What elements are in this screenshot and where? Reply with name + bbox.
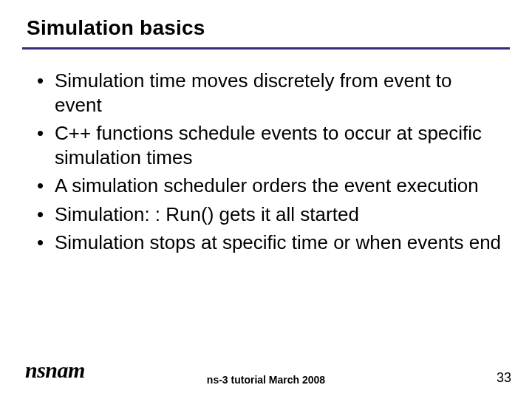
page-number: 33 [497,370,511,386]
bullet-item: Simulation: : Run() gets it all started [37,202,502,227]
footer-text: ns-3 tutorial March 2008 [0,374,532,386]
bullet-item: Simulation time moves discretely from ev… [37,69,502,117]
bullet-item: A simulation scheduler orders the event … [37,174,502,198]
bullet-item: Simulation stops at specific time or whe… [37,231,502,255]
bullet-list: Simulation time moves discretely from ev… [37,69,502,255]
slide: Simulation basics Simulation time moves … [0,0,532,399]
slide-title: Simulation basics [27,16,510,40]
bullet-item: C++ functions schedule events to occur a… [37,121,502,169]
title-divider [22,47,510,50]
